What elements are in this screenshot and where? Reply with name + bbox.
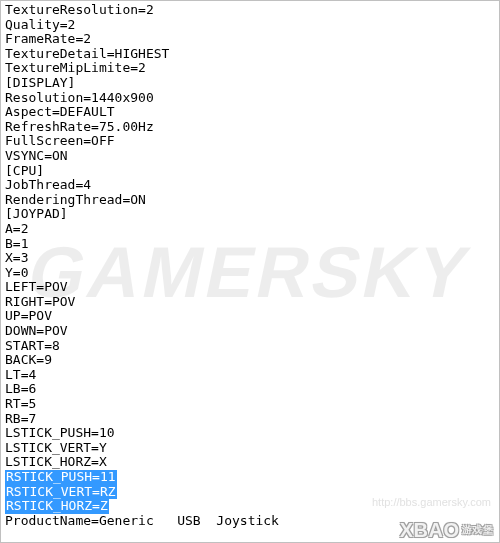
config-text-area[interactable]: TextureResolution=2Quality=2FrameRate=2T… — [5, 3, 495, 543]
config-line[interactable]: LT=4 — [5, 368, 495, 383]
config-line[interactable]: Aspect=DEFAULT — [5, 105, 495, 120]
config-line[interactable]: RSTICK_VERT=RZ — [5, 485, 495, 500]
config-line[interactable]: TextureMipLimite=2 — [5, 61, 495, 76]
config-line[interactable]: RB=7 — [5, 412, 495, 427]
selected-text[interactable]: RSTICK_HORZ=Z — [5, 499, 109, 514]
blank-line — [5, 528, 495, 543]
config-line[interactable]: Quality=2 — [5, 18, 495, 33]
config-line[interactable]: TextureResolution=2 — [5, 3, 495, 18]
config-line[interactable]: LEFT=POV — [5, 280, 495, 295]
config-line[interactable]: B=1 — [5, 237, 495, 252]
config-line[interactable]: UP=POV — [5, 309, 495, 324]
config-line[interactable]: FullScreen=OFF — [5, 134, 495, 149]
config-line[interactable]: [DISPLAY] — [5, 76, 495, 91]
config-line[interactable]: START=8 — [5, 339, 495, 354]
config-line[interactable]: RefreshRate=75.00Hz — [5, 120, 495, 135]
config-line[interactable]: DOWN=POV — [5, 324, 495, 339]
config-line[interactable]: [JOYPAD] — [5, 207, 495, 222]
config-line[interactable]: A=2 — [5, 222, 495, 237]
selected-text[interactable]: RSTICK_VERT=RZ — [5, 485, 117, 500]
config-line[interactable]: RT=5 — [5, 397, 495, 412]
config-line[interactable]: Y=0 — [5, 266, 495, 281]
config-line[interactable]: LB=6 — [5, 382, 495, 397]
config-line[interactable]: LSTICK_VERT=Y — [5, 441, 495, 456]
config-line[interactable]: JobThread=4 — [5, 178, 495, 193]
config-line[interactable]: BACK=9 — [5, 353, 495, 368]
config-line[interactable]: LSTICK_PUSH=10 — [5, 426, 495, 441]
selected-text[interactable]: RSTICK_PUSH=11 — [5, 470, 117, 485]
config-line[interactable]: FrameRate=2 — [5, 32, 495, 47]
config-line[interactable]: RIGHT=POV — [5, 295, 495, 310]
config-line[interactable]: RenderingThread=ON — [5, 193, 495, 208]
config-line[interactable]: VSYNC=ON — [5, 149, 495, 164]
config-line[interactable]: TextureDetail=HIGHEST — [5, 47, 495, 62]
config-line[interactable]: X=3 — [5, 251, 495, 266]
config-line[interactable]: RSTICK_HORZ=Z — [5, 499, 495, 514]
config-line[interactable]: [CPU] — [5, 164, 495, 179]
config-line[interactable]: ProductName=Generic USB Joystick — [5, 514, 495, 529]
config-line[interactable]: Resolution=1440x900 — [5, 91, 495, 106]
config-line[interactable]: LSTICK_HORZ=X — [5, 455, 495, 470]
config-line[interactable]: RSTICK_PUSH=11 — [5, 470, 495, 485]
